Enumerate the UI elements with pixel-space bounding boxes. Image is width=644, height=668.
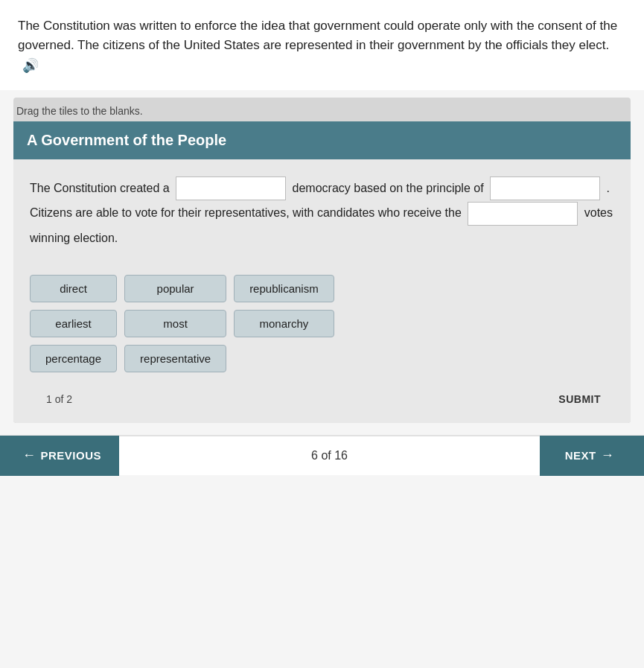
tile-popular[interactable]: popular bbox=[124, 275, 226, 302]
tile-direct[interactable]: direct bbox=[30, 275, 117, 302]
progress-text: 6 of 16 bbox=[311, 449, 348, 462]
page-count: 1 of 2 bbox=[46, 393, 72, 405]
card-header: A Government of the People bbox=[13, 121, 631, 159]
tile-monarchy[interactable]: monarchy bbox=[234, 310, 334, 337]
tile-col-1: popular most representative bbox=[124, 275, 226, 372]
tile-earliest[interactable]: earliest bbox=[30, 310, 117, 337]
top-passage: The Constitution was written to enforce … bbox=[0, 0, 644, 90]
tile-col-0: direct earliest percentage bbox=[30, 275, 117, 372]
next-label: NEXT bbox=[565, 449, 596, 462]
tile-republicanism[interactable]: republicanism bbox=[234, 275, 334, 302]
tiles-area: direct earliest percentage popular most … bbox=[30, 272, 614, 384]
drag-instruction: Drag the tiles to the blanks. bbox=[13, 98, 631, 121]
blank-2[interactable] bbox=[490, 176, 600, 200]
previous-button[interactable]: ← PREVIOUS bbox=[0, 436, 119, 476]
text-part-2: democracy based on the principle of bbox=[293, 182, 487, 194]
fill-in-text: The Constitution created a democracy bas… bbox=[30, 176, 614, 251]
main-container: Drag the tiles to the blanks. A Governme… bbox=[13, 98, 631, 423]
blank-3[interactable] bbox=[468, 202, 578, 226]
tile-percentage[interactable]: percentage bbox=[30, 345, 117, 372]
text-part-1: The Constitution created a bbox=[30, 182, 173, 194]
activity-card: A Government of the People The Constitut… bbox=[13, 121, 631, 423]
tile-most[interactable]: most bbox=[124, 310, 226, 337]
passage-text: The Constitution was written to enforce … bbox=[18, 19, 617, 52]
blank-1[interactable] bbox=[176, 176, 286, 200]
previous-label: PREVIOUS bbox=[41, 449, 102, 462]
nav-bar: ← PREVIOUS 6 of 16 NEXT → bbox=[0, 435, 644, 475]
audio-icon[interactable]: 🔊 bbox=[22, 56, 39, 77]
bottom-bar: 1 of 2 SUBMIT bbox=[30, 384, 614, 411]
right-arrow-icon: → bbox=[601, 448, 615, 463]
next-button[interactable]: NEXT → bbox=[540, 436, 644, 476]
left-arrow-icon: ← bbox=[22, 448, 36, 463]
tile-representative[interactable]: representative bbox=[124, 345, 226, 372]
tile-col-2: republicanism monarchy bbox=[234, 275, 334, 372]
submit-button[interactable]: SUBMIT bbox=[558, 393, 601, 405]
card-body: The Constitution created a democracy bas… bbox=[13, 159, 631, 423]
